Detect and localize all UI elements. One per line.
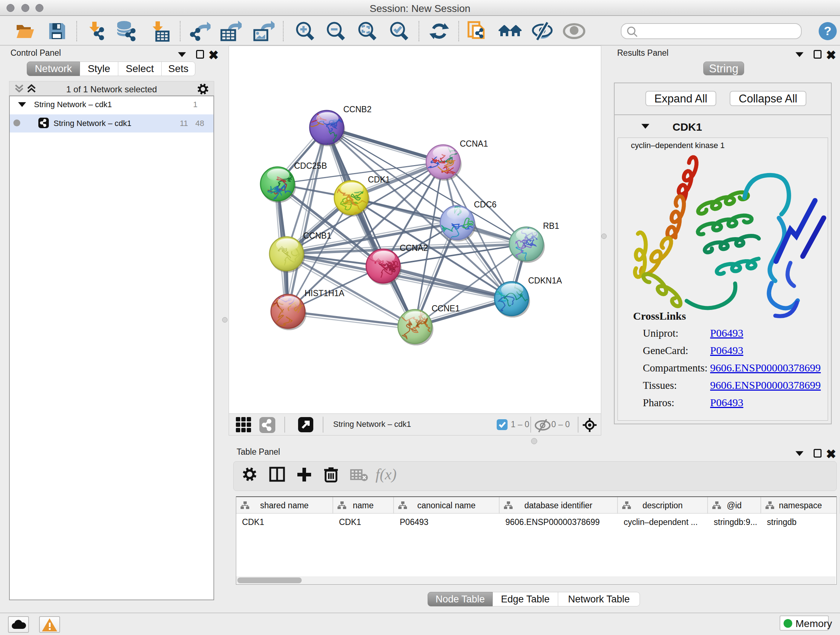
svg-text:CDK1: CDK1 (368, 175, 390, 184)
svg-text:CDKN1A: CDKN1A (528, 276, 562, 285)
svg-text:CCNA1: CCNA1 (460, 139, 488, 149)
svg-text:?: ? (824, 24, 832, 38)
svg-text:CCNB2: CCNB2 (343, 105, 371, 114)
svg-text:RB1: RB1 (543, 221, 559, 231)
svg-text:CDC6: CDC6 (474, 200, 497, 209)
svg-text:CCNE1: CCNE1 (431, 304, 460, 313)
svg-text:CCNA2: CCNA2 (400, 243, 428, 253)
svg-text:CDC25B: CDC25B (294, 161, 327, 171)
svg-text:HIST1H1A: HIST1H1A (305, 288, 345, 298)
svg-text:CCNB1: CCNB1 (303, 231, 332, 241)
